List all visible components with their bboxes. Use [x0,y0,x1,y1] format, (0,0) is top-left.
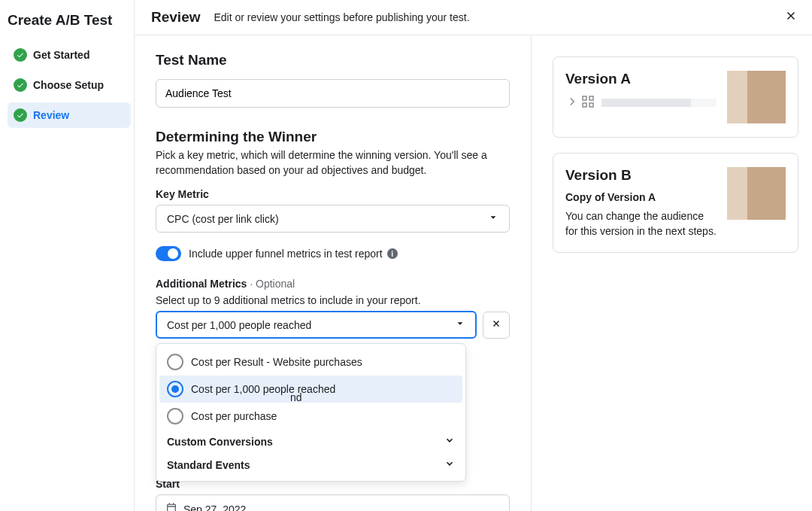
grid-icon [582,96,597,110]
step-label: Review [33,109,69,121]
additional-metric-value: Cost per 1,000 people reached [167,319,311,331]
test-name-input[interactable] [156,79,510,108]
remove-metric-button[interactable] [483,312,510,339]
version-b-subtitle: Copy of Version A [565,191,717,203]
radio-icon [167,408,183,424]
version-b-desc: You can change the audience for this ver… [565,209,717,239]
version-b-card: Version B Copy of Version A You can chan… [553,153,798,253]
upper-funnel-toggle[interactable] [156,246,181,261]
key-metric-label: Key Metric [156,188,510,200]
metric-dropdown: Cost per Result - Website purchases Cost… [156,343,466,482]
radio-icon [167,354,183,370]
dropdown-option-cpr-purchases[interactable]: Cost per Result - Website purchases [159,348,462,376]
start-date-value: Sep 27, 2022 [183,503,246,511]
step-choose-setup[interactable]: Choose Setup [8,72,131,98]
header-title: Review [151,9,200,26]
chevron-down-icon [444,435,455,448]
close-button[interactable] [782,8,800,26]
option-label: Cost per Result - Website purchases [191,356,362,368]
caret-down-icon [455,318,465,331]
option-label: Cost per purchase [191,410,277,422]
svg-rect-0 [583,96,586,100]
form-area: Test Name Determining the Winner Pick a … [135,35,532,511]
svg-rect-3 [589,103,593,107]
sidebar: Create A/B Test Get Started Choose Setup… [0,0,135,511]
version-a-title: Version A [565,71,717,87]
winner-title: Determining the Winner [156,129,510,145]
dropdown-option-cpp[interactable]: Cost per purchase [159,403,462,430]
version-a-card: Version A [553,56,798,138]
sidebar-title: Create A/B Test [8,12,131,29]
header: Review Edit or review your settings befo… [135,0,812,35]
step-get-started[interactable]: Get Started [8,42,131,68]
progress-placeholder [601,99,717,107]
svg-rect-1 [589,96,593,100]
additional-sublabel: Select up to 9 additional metrics to inc… [156,294,510,306]
partial-text: nd [290,391,302,403]
dropdown-group-standard[interactable]: Standard Events [159,453,462,476]
versions-panel: Version A [532,35,812,511]
caret-down-icon [488,212,498,225]
info-icon[interactable]: i [387,248,398,259]
key-metric-select[interactable]: CPC (cost per link click) [156,205,510,233]
step-label: Get Started [33,49,89,61]
start-date-input[interactable]: Sep 27, 2022 [156,494,510,511]
step-label: Choose Setup [33,79,104,91]
svg-rect-2 [583,103,586,107]
additional-label: Additional Metrics · Optional [156,278,510,290]
toggle-label: Include upper funnel metrics in test rep… [189,248,383,260]
close-icon [491,318,501,331]
step-review[interactable]: Review [8,102,131,128]
check-icon [14,48,27,62]
group-label: Custom Conversions [167,436,273,448]
check-icon [14,108,27,122]
test-name-label: Test Name [156,52,510,68]
group-label: Standard Events [167,459,250,471]
check-icon [14,78,27,92]
header-subtitle: Edit or review your settings before publ… [214,11,469,23]
close-icon [784,9,798,25]
chevron-right-icon[interactable] [565,95,582,111]
version-a-thumbnail [727,71,786,123]
additional-metric-select[interactable]: Cost per 1,000 people reached [156,311,477,339]
toggle-row: Include upper funnel metrics in test rep… [156,246,510,261]
option-label: Cost per 1,000 people reached [191,383,335,395]
version-b-thumbnail [727,167,786,220]
chevron-down-icon [444,458,455,471]
dropdown-group-custom[interactable]: Custom Conversions [159,430,462,453]
calendar-icon [165,502,183,511]
radio-icon [167,381,183,397]
key-metric-value: CPC (cost per link click) [167,213,279,225]
winner-desc: Pick a key metric, which will determine … [156,148,510,178]
dropdown-option-cpm-reached[interactable]: Cost per 1,000 people reached [159,376,462,403]
version-b-title: Version B [565,167,717,184]
